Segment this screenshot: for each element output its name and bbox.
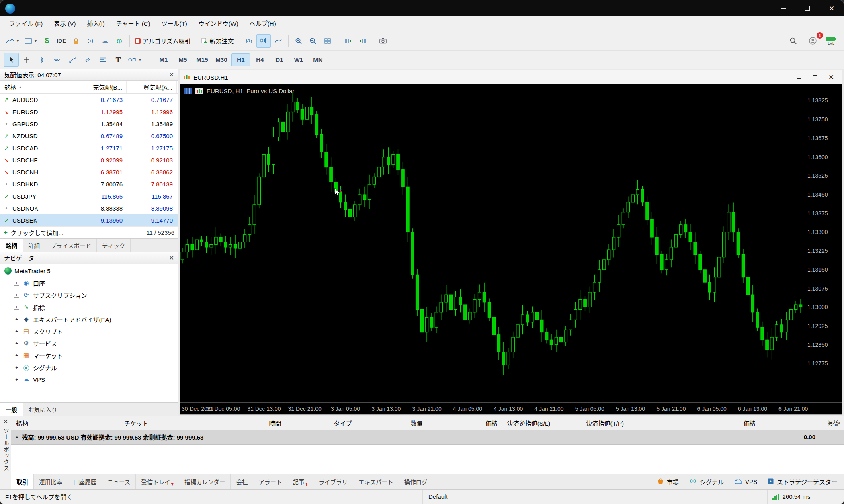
toolbox-column-header[interactable]: 決済逆指値(S/L) <box>502 419 582 427</box>
menu-item[interactable]: 挿入(I) <box>82 18 111 29</box>
line-chart-mode-button[interactable] <box>271 34 285 48</box>
timeframe-H1[interactable]: H1 <box>231 53 250 66</box>
tab-詳細[interactable]: 詳細 <box>23 239 45 252</box>
chart-window-titlebar[interactable]: EURUSD,H1 ✕ <box>180 70 842 84</box>
search-button[interactable] <box>786 34 800 48</box>
deposit-button[interactable]: $ <box>40 34 54 48</box>
menu-item[interactable]: ファイル (F) <box>4 18 48 29</box>
toolbox-column-header[interactable]: 時間 <box>195 419 286 427</box>
tab-一般[interactable]: 一般 <box>0 403 23 416</box>
toolbox-column-header[interactable]: タイプ <box>286 419 356 427</box>
close-icon[interactable]: ✕ <box>169 71 174 78</box>
market-watch-row[interactable]: ↗AUDUSD0.716730.71677 <box>0 94 178 106</box>
chart-mini-icon[interactable] <box>195 88 203 94</box>
tab-ライブラリ[interactable]: ライブラリ <box>313 474 354 489</box>
market-watch-row[interactable]: ↗USDJPY115.865115.867 <box>0 190 178 202</box>
tab-エキスパート[interactable]: エキスパート <box>353 474 399 489</box>
community-button[interactable]: ⊕ <box>112 34 127 48</box>
scroll-up-icon[interactable]: ▲ <box>837 420 841 425</box>
navigator-item[interactable]: +◉口座 <box>0 277 178 289</box>
security-button[interactable] <box>69 34 83 48</box>
vertical-line-tool-button[interactable] <box>34 53 49 67</box>
tab-運用比率[interactable]: 運用比率 <box>34 474 68 489</box>
community-account-button[interactable]: 1 <box>806 34 820 48</box>
close-button[interactable]: ✕ <box>819 0 844 16</box>
new-chart-button[interactable]: ▼ <box>22 34 40 48</box>
toolbox-column-header[interactable]: 数量 <box>356 419 427 427</box>
toolbox-button-market[interactable]: 市場 <box>657 477 679 486</box>
close-icon[interactable]: ✕ <box>3 418 8 425</box>
tab-口座履歴[interactable]: 口座履歴 <box>68 474 102 489</box>
minimize-button[interactable] <box>771 0 795 16</box>
tree-expander-icon[interactable]: + <box>14 293 19 298</box>
toolbox-column-header[interactable]: 決済指値(T/P) <box>582 419 665 427</box>
navigator-item[interactable]: +☁VPS <box>0 373 178 385</box>
shapes-tool-button[interactable]: ▼ <box>126 53 144 67</box>
text-tool-button[interactable]: T <box>111 53 126 67</box>
market-watch-row[interactable]: ↗NZDUSD0.674890.67500 <box>0 130 178 142</box>
market-watch-row[interactable]: ↗USDSEK9.139509.14770 <box>0 214 178 226</box>
tree-expander-icon[interactable]: + <box>14 365 19 370</box>
market-watch-row[interactable]: •USDNOK8.883388.89098 <box>0 202 178 214</box>
bar-chart-mode-button[interactable] <box>242 34 256 48</box>
tab-銘柄[interactable]: 銘柄 <box>0 239 23 252</box>
market-watch-row[interactable]: •USDHKD7.800767.80139 <box>0 178 178 190</box>
toolbox-column-header[interactable]: 損益 <box>760 419 844 427</box>
chart-type-button[interactable]: ▼ <box>4 34 22 48</box>
screenshot-button[interactable] <box>376 34 390 48</box>
tree-expander-icon[interactable]: + <box>14 317 19 322</box>
timeframe-M1[interactable]: M1 <box>154 53 173 66</box>
tree-expander-icon[interactable]: + <box>14 341 19 346</box>
chart-plot-area[interactable] <box>180 84 803 402</box>
tab-取引[interactable]: 取引 <box>11 474 34 489</box>
column-bid[interactable]: 売気配(B... <box>74 81 127 93</box>
ide-button[interactable]: IDE <box>54 34 69 48</box>
channel-tool-button[interactable] <box>80 53 95 67</box>
navigator-item[interactable]: +∿指標 <box>0 301 178 313</box>
navigator-item[interactable]: +◆エキスパートアドバイザ(EA) <box>0 313 178 325</box>
cloud-button[interactable]: ☁ <box>98 34 112 48</box>
navigator-root-item[interactable]: MetaTrader 5 <box>0 265 178 277</box>
crosshair-tool-button[interactable] <box>19 53 34 67</box>
tab-操作ログ[interactable]: 操作ログ <box>399 474 433 489</box>
navigator-item[interactable]: +▦マーケット <box>0 349 178 361</box>
menu-item[interactable]: ヘルプ(H) <box>244 18 282 29</box>
tab-受信トレイ[interactable]: 受信トレイ7 <box>136 474 179 489</box>
tree-expander-icon[interactable]: + <box>14 305 19 310</box>
timeframe-D1[interactable]: D1 <box>270 53 289 66</box>
price-axis[interactable]: 1.138251.137501.136751.136001.135251.134… <box>803 84 842 402</box>
timeframe-H4[interactable]: H4 <box>251 53 269 66</box>
toolbox-button-tester[interactable]: ストラテジーテスター <box>768 477 837 486</box>
menu-item[interactable]: ツール(T) <box>156 18 193 29</box>
candle-chart-mode-button[interactable] <box>256 34 271 48</box>
toolbox-column-header[interactable]: 価格 <box>665 419 760 427</box>
navigator-item[interactable]: +⦿シグナル <box>0 361 178 373</box>
tab-ニュース[interactable]: ニュース <box>102 474 136 489</box>
auto-scroll-button[interactable] <box>341 34 355 48</box>
column-ask[interactable]: 買気配(A... <box>127 81 177 93</box>
market-watch-row[interactable]: ↘EURUSD1.129951.12996 <box>0 106 178 118</box>
timeframe-M30[interactable]: M30 <box>212 53 231 66</box>
chart-shift-button[interactable] <box>355 34 370 48</box>
tree-expander-icon[interactable]: + <box>14 377 19 382</box>
market-watch-row[interactable]: ↗USDCAD1.271711.27175 <box>0 142 178 154</box>
market-watch-add-row[interactable]: + クリックして追加... 11 / 52356 <box>0 226 178 238</box>
market-watch-row[interactable]: •GBPUSD1.354841.35489 <box>0 118 178 130</box>
chart-maximize-button[interactable] <box>808 72 822 82</box>
toolbox-column-header[interactable]: 価格 <box>427 419 502 427</box>
toolbox-button-vps[interactable]: VPS <box>734 478 757 486</box>
navigator-item[interactable]: +⚙サービス <box>0 337 178 349</box>
toolbox-column-header[interactable]: 銘柄 <box>11 419 119 427</box>
zoom-in-button[interactable] <box>291 34 306 48</box>
menu-item[interactable]: ウインドウ(W) <box>193 18 244 29</box>
toolbox-button-signals[interactable]: シグナル <box>689 477 724 486</box>
horizontal-line-tool-button[interactable] <box>49 53 65 67</box>
navigator-item[interactable]: +⟳サブスクリプション <box>0 289 178 301</box>
tile-windows-button[interactable] <box>320 34 335 48</box>
chart-canvas[interactable]: EURUSD, H1: Euro vs US Dollar 1.138251.1… <box>180 84 842 414</box>
timeframe-MN[interactable]: MN <box>309 53 327 66</box>
timeframe-M5[interactable]: M5 <box>174 53 192 66</box>
algo-trading-button[interactable]: アルゴリズム取引 <box>133 34 193 48</box>
market-watch-row[interactable]: ↘USDCHF0.920990.92103 <box>0 154 178 166</box>
chart-close-button[interactable]: ✕ <box>824 72 838 82</box>
